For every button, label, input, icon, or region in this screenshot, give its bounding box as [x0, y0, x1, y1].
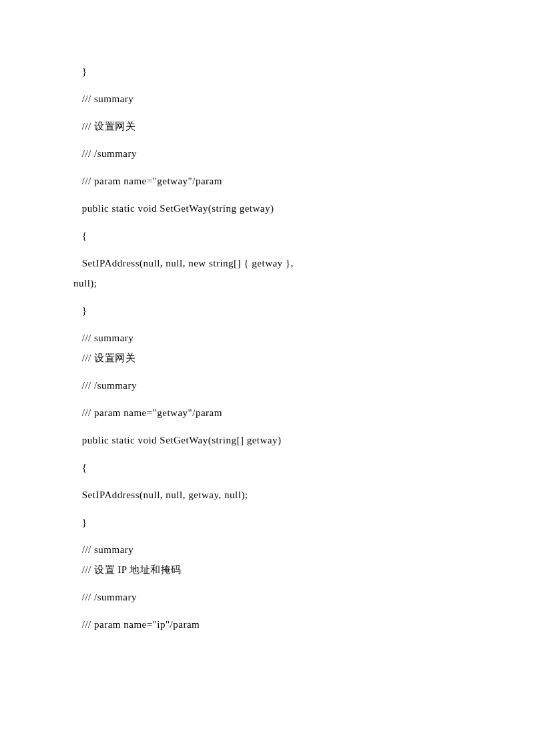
code-line: {: [73, 231, 474, 241]
code-line: public static void SetGetWay(string[] ge…: [73, 435, 474, 445]
code-line: /// summary: [73, 545, 474, 555]
code-line: /// /summary: [73, 381, 474, 391]
code-line: /// 设置网关: [73, 122, 474, 132]
code-line: SetIPAddress(null, null, new string[] { …: [73, 258, 474, 268]
code-line: /// param name="getway"/param: [73, 176, 474, 186]
code-line: }: [73, 67, 474, 77]
code-block: } /// summary /// 设置网关 /// /summary /// …: [73, 67, 474, 630]
code-line: null);: [73, 278, 474, 289]
code-line: /// /summary: [73, 149, 474, 159]
code-line: public static void SetGetWay(string getw…: [73, 204, 474, 214]
code-line: /// 设置网关: [73, 353, 474, 363]
code-line: /// /summary: [73, 592, 474, 602]
code-line: /// param name="getway"/param: [73, 408, 474, 418]
code-line: /// summary: [73, 333, 474, 343]
code-line: }: [73, 306, 474, 316]
code-line: }: [73, 518, 474, 528]
code-line: /// summary: [73, 94, 474, 104]
code-line: /// param name="ip"/param: [73, 620, 474, 630]
code-line: /// 设置 IP 地址和掩码: [73, 565, 474, 575]
code-line: SetIPAddress(null, null, getway, null);: [73, 490, 474, 500]
code-line: {: [73, 463, 474, 473]
